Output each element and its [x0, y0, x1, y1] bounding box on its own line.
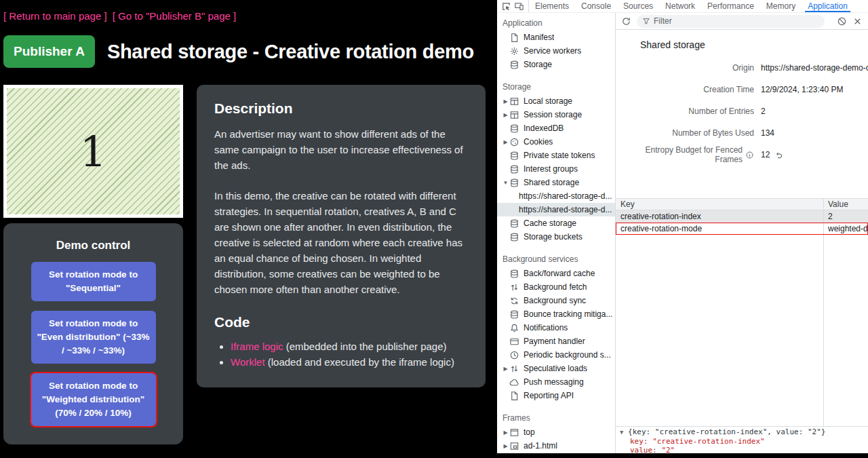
- tree-item-label: Bounce tracking mitiga...: [524, 309, 612, 319]
- sync-icon: [509, 296, 519, 306]
- tree-item-label: Payment handler: [524, 337, 585, 346]
- bell-icon: [509, 323, 519, 333]
- tab-elements[interactable]: Elements: [529, 0, 575, 12]
- set-even-distribution-button[interactable]: Set rotation mode to "Even distribution"…: [31, 311, 156, 364]
- chevron-right-icon[interactable]: ▶: [502, 139, 509, 145]
- code-heading: Code: [214, 314, 468, 330]
- table-icon: [509, 96, 519, 107]
- tree-item-label: Service workers: [524, 46, 581, 56]
- preview-summary-text: {key: "creative-rotation-index", value: …: [628, 427, 825, 436]
- application-sidebar: Application Manifest Service workers Sto…: [497, 13, 616, 453]
- tree-item-frame-top[interactable]: ▶top: [497, 425, 615, 439]
- description-heading: Description: [214, 100, 468, 117]
- expand-toggle-icon[interactable]: ▼: [620, 429, 623, 436]
- tree-item-label: Background sync: [524, 296, 586, 305]
- meta-label: Number of Entries: [616, 107, 754, 116]
- creative-number: 1: [80, 127, 106, 176]
- tree-item-session-storage[interactable]: ▶Session storage: [497, 108, 615, 121]
- filter-funnel-icon: [642, 17, 650, 25]
- tree-item-frame-ad-1[interactable]: ▶ad-1.html: [497, 439, 615, 453]
- demo-column: 1 Demo control Set rotation mode to "Seq…: [3, 85, 183, 444]
- tree-item-storage-buckets[interactable]: Storage buckets: [497, 230, 615, 244]
- ad-creative-frame: 1: [3, 85, 183, 218]
- tree-item-periodic-background-sync[interactable]: Periodic background s...: [497, 348, 615, 362]
- tree-item-service-workers[interactable]: Service workers: [497, 44, 615, 58]
- meta-value: https://shared-storage-demo-co: [761, 63, 868, 73]
- tree-item-notifications[interactable]: Notifications: [497, 321, 615, 335]
- chevron-down-icon[interactable]: ▼: [502, 180, 509, 186]
- chevron-right-icon[interactable]: ▶: [502, 112, 509, 118]
- tree-item-cookies[interactable]: ▶Cookies: [497, 135, 615, 149]
- return-main-page-link[interactable]: [ Return to main page ]: [3, 10, 107, 22]
- payment-card-icon: [509, 337, 519, 347]
- table-row-creative-rotation-index[interactable]: creative-rotation-index 2: [616, 210, 868, 223]
- page-nav: [ Return to main page ] [ Go to "Publish…: [0, 0, 497, 22]
- tree-item-label: Manifest: [524, 33, 554, 42]
- preview-property: value: "2": [620, 446, 864, 453]
- tree-item-manifest[interactable]: Manifest: [497, 31, 615, 44]
- tree-item-payment-handler[interactable]: Payment handler: [497, 335, 615, 348]
- tree-item-back-forward-cache[interactable]: Back/forward cache: [497, 267, 615, 280]
- reset-budget-icon[interactable]: [774, 151, 783, 159]
- column-header-value[interactable]: Value: [824, 199, 868, 210]
- tree-item-background-sync[interactable]: Background sync: [497, 294, 615, 307]
- tree-item-label: IndexedDB: [524, 123, 564, 133]
- preview-prop-value: "2": [661, 446, 675, 453]
- tree-item-label: Push messaging: [524, 377, 584, 387]
- info-icon[interactable]: [745, 151, 754, 159]
- set-weighted-distribution-button[interactable]: Set rotation mode to "Weighted distribut…: [31, 373, 156, 426]
- delete-all-icon[interactable]: [837, 16, 847, 26]
- tree-item-label: Storage buckets: [524, 232, 583, 242]
- worklet-link[interactable]: Worklet: [231, 356, 265, 368]
- tree-item-shared-storage-origin-1[interactable]: https://shared-storage-d...: [497, 189, 615, 203]
- devtools-window: Elements Console Sources Network Perform…: [497, 0, 868, 453]
- chevron-right-icon[interactable]: ▶: [502, 443, 509, 449]
- tab-performance[interactable]: Performance: [701, 0, 760, 12]
- tree-item-local-storage[interactable]: ▶Local storage: [497, 94, 615, 108]
- frame-icon: [509, 427, 519, 438]
- tab-sources[interactable]: Sources: [617, 0, 659, 12]
- table-icon: [509, 110, 519, 120]
- chevron-right-icon[interactable]: ▶: [502, 430, 509, 436]
- meta-row-origin: Origin https://shared-storage-demo-co: [616, 57, 868, 79]
- iframe-logic-link[interactable]: Iframe logic: [231, 341, 283, 352]
- cloud-icon: [509, 377, 519, 387]
- tree-item-label: https://shared-storage-d...: [519, 191, 612, 201]
- table-row-creative-rotation-mode[interactable]: creative-rotation-mode weighted-distribu…: [616, 223, 868, 235]
- tree-item-interest-groups[interactable]: Interest groups: [497, 162, 615, 176]
- filter-input[interactable]: [654, 16, 819, 26]
- close-icon[interactable]: [852, 16, 863, 26]
- tab-application[interactable]: Application: [802, 0, 854, 12]
- tree-item-shared-storage-origin-2[interactable]: https://shared-storage-d...: [497, 203, 615, 216]
- tree-item-bounce-tracking-mitigations[interactable]: Bounce tracking mitiga...: [497, 307, 615, 321]
- tree-item-label: Private state tokens: [524, 151, 595, 160]
- tree-item-cache-storage[interactable]: Cache storage: [497, 216, 615, 230]
- tree-item-speculative-loads[interactable]: ▶Speculative loads: [497, 362, 615, 375]
- tree-item-indexeddb[interactable]: IndexedDB: [497, 121, 615, 135]
- tab-network[interactable]: Network: [659, 0, 701, 12]
- column-header-key[interactable]: Key: [616, 199, 824, 210]
- page-content: 1 Demo control Set rotation mode to "Seq…: [3, 85, 497, 444]
- list-item: Worklet (loaded and executed by the ifra…: [231, 354, 468, 370]
- tree-item-shared-storage[interactable]: ▼Shared storage: [497, 176, 615, 189]
- meta-label-text: Creation Time: [703, 85, 754, 94]
- tree-item-background-fetch[interactable]: Background fetch: [497, 280, 615, 294]
- meta-value-text: 134: [761, 128, 774, 138]
- refresh-icon[interactable]: [621, 16, 631, 26]
- panel-toolbar: [616, 13, 868, 30]
- chevron-right-icon[interactable]: ▶: [502, 98, 509, 104]
- device-toolbar-icon[interactable]: [514, 1, 524, 12]
- preview-prop-name: value:: [630, 446, 657, 453]
- tree-item-push-messaging[interactable]: Push messaging: [497, 375, 615, 389]
- publisher-b-page-link[interactable]: [ Go to "Publisher B" page ]: [113, 10, 236, 22]
- sidebar-section-application: Application: [497, 14, 615, 31]
- tab-memory[interactable]: Memory: [760, 0, 802, 12]
- set-sequential-button[interactable]: Set rotation mode to "Sequential": [31, 262, 156, 301]
- tree-item-private-state-tokens[interactable]: Private state tokens: [497, 149, 615, 162]
- chevron-right-icon[interactable]: ▶: [502, 366, 509, 372]
- preview-summary: ▼ {key: "creative-rotation-index", value…: [620, 427, 864, 437]
- inspect-element-icon[interactable]: [501, 1, 511, 12]
- tree-item-storage[interactable]: Storage: [497, 58, 615, 71]
- tree-item-reporting-api[interactable]: Reporting API: [497, 389, 615, 402]
- tab-console[interactable]: Console: [575, 0, 617, 12]
